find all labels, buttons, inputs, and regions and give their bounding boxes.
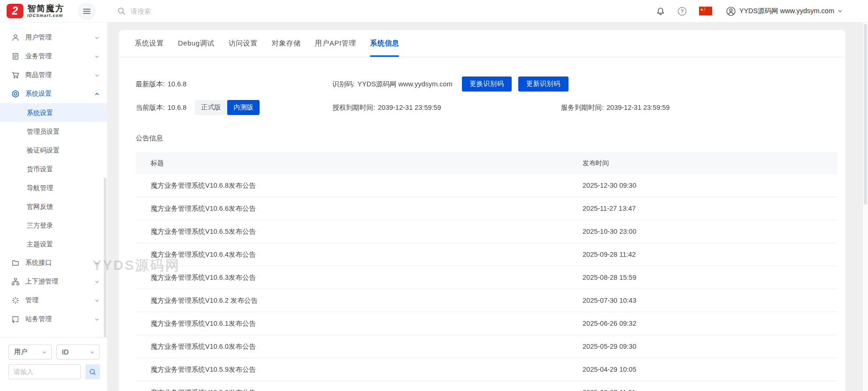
idcode-value: YYDS源码网 www.yydsym.com <box>358 80 453 89</box>
sidebar-item-upstream-downstream[interactable]: 上下游管理 <box>0 272 107 291</box>
page-scrollbar[interactable] <box>862 23 868 391</box>
sidebar-subitem[interactable]: 管理员设置 <box>0 122 107 141</box>
table-row[interactable]: 魔方业务管理系统V10.6.8发布公告 2025-12-30 09:30 <box>136 174 837 197</box>
global-search[interactable] <box>117 7 233 15</box>
sidebar-item-business-management[interactable]: 业务管理 <box>0 47 107 66</box>
search-icon <box>117 7 125 15</box>
avatar-icon <box>726 7 736 16</box>
sidebar-subitem[interactable]: 官网反馈 <box>0 197 107 216</box>
sidebar-subitem[interactable]: 主题设置 <box>0 235 107 253</box>
announcement-time: 2025-06-26 09:32 <box>568 320 837 327</box>
search-icon <box>89 368 96 376</box>
filter-type-select[interactable]: 用户 <box>8 345 52 360</box>
column-header-time: 发布时间 <box>568 159 837 168</box>
release-channel-toggle: 正式版 内测版 <box>195 100 260 115</box>
table-row[interactable]: 魔方业务管理系统V10.6.2 发布公告 2025-07-30 10:43 <box>136 289 837 312</box>
sidebar-subitem[interactable]: 货币设置 <box>0 160 107 178</box>
tab-bar: 系统设置 Debug调试 访问设置 对象存储 用户API管理 系统信息 <box>119 30 845 57</box>
table-row[interactable]: 魔方业务管理系统V10.6.4发布公告 2025-09-28 11:42 <box>136 243 837 266</box>
help-button[interactable]: ? <box>677 7 687 16</box>
user-avatar[interactable] <box>726 7 736 16</box>
chevron-down-icon <box>90 350 95 355</box>
announcement-time: 2025-10-30 23:00 <box>568 228 837 235</box>
sidebar-subitem[interactable]: 验证码设置 <box>0 141 107 160</box>
main-content-card: 系统设置 Debug调试 访问设置 对象存储 用户API管理 系统信息 <box>119 30 845 391</box>
sidebar-item-user-management[interactable]: 用户管理 <box>0 28 107 47</box>
auth-expire-label: 授权到期时间: <box>332 103 375 112</box>
announcement-title[interactable]: 魔方业务管理系统V10.6.2 发布公告 <box>136 296 568 305</box>
sidebar-item-system-settings[interactable]: 系统设置 <box>0 84 107 103</box>
current-version-value: 10.6.8 <box>168 104 186 111</box>
chevron-down-icon <box>94 73 100 78</box>
chevron-up-icon <box>94 92 100 97</box>
tab[interactable]: 用户API管理 <box>308 30 363 57</box>
table-row[interactable]: 魔方业务管理系统V10.6.5发布公告 2025-10-30 23:00 <box>136 220 837 243</box>
announcement-title[interactable]: 魔方业务管理系统V10.6.8发布公告 <box>136 181 568 190</box>
tab[interactable]: Debug调试 <box>171 30 222 57</box>
change-idcode-button[interactable]: 更换识别码 <box>462 77 512 92</box>
announcements-table: 标题 发布时间 魔方业务管理系统V10.6.8发布公告 2025-12-30 0… <box>136 152 837 391</box>
announcement-title[interactable]: 魔方业务管理系统V10.6.3发布公告 <box>136 273 568 282</box>
update-idcode-button[interactable]: 更新识别码 <box>518 77 568 92</box>
announcements-title: 公告信息 <box>136 134 829 143</box>
official-channel-button[interactable]: 正式版 <box>195 100 227 115</box>
sidebar-item-site-management[interactable]: 站务管理 <box>0 310 107 329</box>
folder-icon <box>11 259 20 267</box>
announcement-title[interactable]: 魔方业务管理系统V10.6.6发布公告 <box>136 204 568 213</box>
announcement-time: 2025-09-28 11:42 <box>568 251 837 258</box>
announcement-title[interactable]: 魔方业务管理系统V10.6.0发布公告 <box>136 342 568 351</box>
sidebar-subitem[interactable]: 三方登录 <box>0 216 107 235</box>
sidebar-item-system-api[interactable]: 系统接口 <box>0 253 107 272</box>
logo-title: 智简魔方 <box>27 4 65 13</box>
chevron-down-icon <box>94 261 100 266</box>
announcement-title[interactable]: 魔方业务管理系统V10.6.4发布公告 <box>136 250 568 259</box>
filter-search-button[interactable] <box>85 364 100 379</box>
sidebar-item-management[interactable]: 管理 <box>0 291 107 310</box>
table-row[interactable]: 魔方业务管理系统V10.6.0发布公告 2025-05-29 09:30 <box>136 335 837 358</box>
chevron-down-icon <box>94 317 100 322</box>
sidebar-subitem[interactable]: 系统设置 <box>0 103 107 122</box>
sitemap-icon <box>11 277 20 286</box>
menu-toggle-button[interactable] <box>78 2 96 20</box>
announcement-title[interactable]: 魔方业务管理系统V10.6.1发布公告 <box>136 319 568 328</box>
tab[interactable]: 访问设置 <box>222 30 265 57</box>
beta-channel-button[interactable]: 内测版 <box>227 100 260 115</box>
notification-bell-button[interactable] <box>656 7 665 16</box>
tab[interactable]: 对象存储 <box>265 30 308 57</box>
sidebar-subitem[interactable]: 导航管理 <box>0 178 107 197</box>
table-row[interactable]: 魔方业务管理系统V10.6.6发布公告 2025-11-27 13:47 <box>136 197 837 220</box>
table-row[interactable]: 魔方业务管理系统V10.6.3发布公告 2025-08-28 15:59 <box>136 266 837 289</box>
language-flag-button[interactable] <box>699 7 712 15</box>
current-version-label: 当前版本: <box>136 103 165 112</box>
user-account-name[interactable]: YYDS源码网 www.yydsym.com <box>739 7 834 15</box>
search-input[interactable] <box>130 7 233 15</box>
tab[interactable]: 系统信息 <box>363 30 406 57</box>
page-scrollbar-thumb[interactable] <box>864 24 867 205</box>
filter-keyword-input[interactable] <box>8 364 81 379</box>
burst-icon <box>11 296 20 305</box>
chevron-down-icon[interactable] <box>837 8 843 14</box>
user-icon <box>11 33 20 42</box>
filter-field-select[interactable]: ID <box>56 345 100 360</box>
tab[interactable]: 系统设置 <box>128 30 171 57</box>
announcement-time: 2025-05-29 09:30 <box>568 343 837 350</box>
sidebar-quick-search-panel: 用户 ID <box>0 337 107 391</box>
announcement-time: 2025-12-30 09:30 <box>568 182 837 189</box>
sidebar-item-product-management[interactable]: 商品管理 <box>0 66 107 84</box>
table-row[interactable]: 魔方业务管理系统V10.5.8发布公告 2025-03-27 11:21 <box>136 381 837 391</box>
table-row[interactable]: 魔方业务管理系统V10.6.1发布公告 2025-06-26 09:32 <box>136 312 837 335</box>
announcement-title[interactable]: 魔方业务管理系统V10.5.9发布公告 <box>136 365 568 374</box>
announcement-time: 2025-07-30 10:43 <box>568 297 837 304</box>
latest-version-label: 最新版本: <box>136 80 165 89</box>
table-body: 魔方业务管理系统V10.6.8发布公告 2025-12-30 09:30 魔方业… <box>136 174 837 391</box>
china-flag-icon <box>699 7 712 15</box>
sidebar-scrollbar[interactable] <box>104 177 107 339</box>
auth-expire-value: 2039-12-31 23:59:59 <box>378 104 441 111</box>
announcement-time: 2025-04-29 10:05 <box>568 366 837 373</box>
table-row[interactable]: 魔方业务管理系统V10.5.9发布公告 2025-04-29 10:05 <box>136 358 837 381</box>
announcement-title[interactable]: 魔方业务管理系统V10.5.8发布公告 <box>136 388 568 391</box>
announcement-title[interactable]: 魔方业务管理系统V10.6.5发布公告 <box>136 227 568 236</box>
system-info-section: 最新版本: 10.6.8 识别码: YYDS源码网 www.yydsym.com… <box>119 77 845 115</box>
service-expire-value: 2039-12-31 23:59:59 <box>607 104 670 111</box>
app-logo[interactable]: 2 智简魔方 IDCSmart.com <box>7 4 65 18</box>
